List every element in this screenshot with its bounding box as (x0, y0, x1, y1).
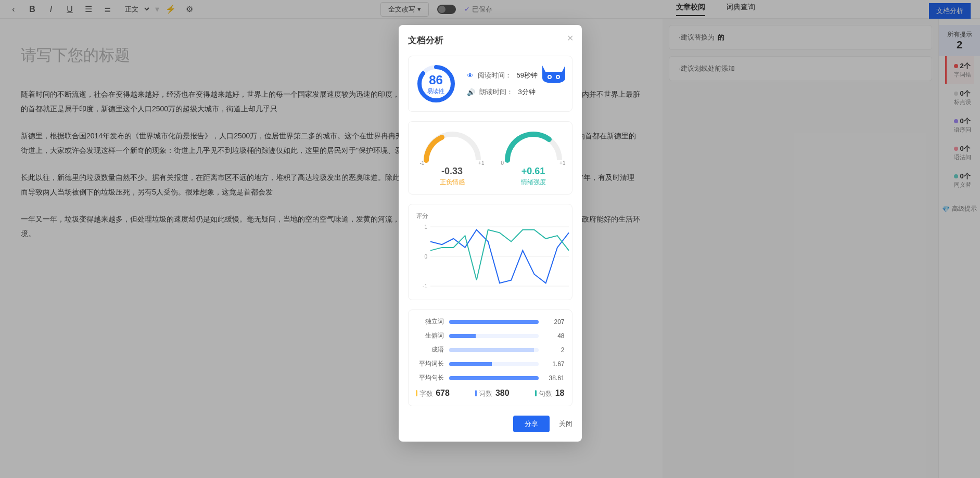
analysis-modal: 文档分析 ✕ 86易读性 👁阅读时间：59秒钟 🔊朗读时间：3分钟 (399, 25, 582, 442)
svg-point-2 (549, 76, 551, 78)
cat-logo (538, 61, 569, 84)
stat-bar: 平均句长38.61 (416, 373, 565, 382)
stat-bar: 独立词207 (416, 317, 565, 326)
intensity-gauge (497, 129, 570, 165)
stat-bar: 成语2 (416, 345, 565, 354)
svg-text:-1: -1 (423, 283, 427, 289)
stat-bar: 生僻词48 (416, 331, 565, 340)
modal-title: 文档分析 (408, 34, 572, 46)
rating-chart: -101 (416, 223, 572, 290)
close-icon[interactable]: ✕ (567, 33, 574, 43)
sound-icon: 🔊 (467, 88, 475, 96)
sentiment-gauge (416, 129, 489, 165)
svg-text:0: 0 (424, 254, 427, 260)
eye-icon: 👁 (467, 72, 474, 80)
share-button[interactable]: 分享 (513, 416, 550, 432)
svg-point-3 (557, 76, 559, 78)
rating-chart-card: 评分 -101 (408, 204, 572, 300)
close-button[interactable]: 关闭 (559, 419, 572, 429)
sentiment-card: -1+1 -0.33 正负情感 0+1 +0.61 情绪强度 (408, 121, 572, 195)
stats-card: 独立词207生僻词48成语2平均词长1.67平均句长38.61 字数 678 词… (408, 309, 572, 406)
svg-text:1: 1 (424, 224, 427, 230)
stat-bar: 平均词长1.67 (416, 359, 565, 368)
modal-overlay: 文档分析 ✕ 86易读性 👁阅读时间：59秒钟 🔊朗读时间：3分钟 (0, 0, 980, 478)
